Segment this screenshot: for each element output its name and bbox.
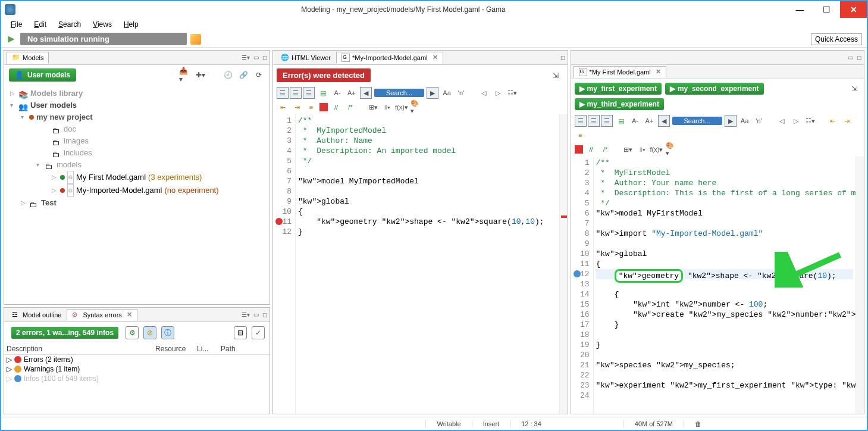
- note-icon[interactable]: ▤: [615, 115, 627, 127]
- nav-fwd-icon[interactable]: ▷: [790, 115, 802, 127]
- align-icon[interactable]: ≡: [305, 101, 317, 113]
- link-icon[interactable]: 🔗: [237, 69, 249, 81]
- menu-help[interactable]: Help: [119, 19, 143, 30]
- next-icon[interactable]: ▶: [427, 87, 438, 99]
- first-model-tab[interactable]: G*My First Model.gaml✕: [574, 66, 666, 78]
- error-marker[interactable]: [561, 215, 567, 218]
- maximize-view-icon[interactable]: ◻: [560, 54, 565, 61]
- info-group[interactable]: ▷Infos (100 of 549 items): [4, 374, 270, 383]
- minimize-button[interactable]: —: [786, 1, 813, 18]
- prev-icon[interactable]: ◀: [360, 87, 372, 99]
- experiment-button[interactable]: ▶my_third_experiment: [575, 98, 664, 110]
- quick-access-button[interactable]: Quick Access: [811, 33, 862, 45]
- col-resource[interactable]: Resource: [155, 345, 197, 353]
- run-icon[interactable]: [6, 34, 17, 45]
- comment-block-icon[interactable]: /*: [600, 143, 612, 155]
- menu-views[interactable]: Views: [88, 19, 117, 30]
- bookmark-icon[interactable]: ☷▾: [506, 87, 518, 99]
- collapse-icon[interactable]: ⇲: [550, 70, 562, 82]
- experiment-button[interactable]: ▶my_second_experiment: [665, 83, 764, 95]
- imported-model-tab[interactable]: G*My-Imported-Model.gaml✕: [336, 52, 443, 64]
- models-tab[interactable]: 📁 Models: [7, 52, 49, 64]
- indent-left-icon[interactable]: ⇤: [827, 115, 839, 127]
- search-input[interactable]: Search...: [374, 89, 424, 97]
- collapse-icon[interactable]: ⇲: [848, 83, 860, 95]
- collapse-icon[interactable]: ⊟: [234, 326, 247, 339]
- user-models-button[interactable]: 👤 User models: [9, 68, 76, 82]
- indent-right-icon[interactable]: ⇥: [841, 115, 853, 127]
- tree-file[interactable]: ▷GMy-Imported-Model.gaml (no experiment): [8, 184, 266, 197]
- columns-icon[interactable]: ⫴▾: [381, 101, 393, 113]
- word-icon[interactable]: 'n': [455, 87, 467, 99]
- prev-icon[interactable]: ◀: [658, 115, 670, 127]
- col-description[interactable]: Description: [7, 345, 155, 353]
- view-menu-icon[interactable]: ☰▾: [242, 54, 250, 61]
- list2-icon[interactable]: ☰: [290, 87, 302, 99]
- minimize-view-icon[interactable]: ▭: [848, 54, 853, 61]
- indent-right-icon[interactable]: ⇥: [291, 101, 303, 113]
- maximize-view-icon[interactable]: ◻: [857, 54, 861, 61]
- filter-errors-icon[interactable]: ⚙: [126, 326, 139, 339]
- search-input[interactable]: Search...: [672, 117, 722, 125]
- color-icon[interactable]: [575, 145, 583, 154]
- html-viewer-tab[interactable]: 🌐HTML Viewer: [275, 52, 336, 64]
- columns-icon[interactable]: ⫴▾: [637, 143, 648, 155]
- filter-warnings-icon[interactable]: ⊘: [143, 326, 156, 339]
- close-tab-icon[interactable]: ✕: [127, 311, 132, 318]
- edit-indicator-icon[interactable]: [190, 34, 201, 45]
- maximize-view-icon[interactable]: ◻: [262, 54, 267, 61]
- note-icon[interactable]: ▤: [317, 87, 329, 99]
- font-dec-icon[interactable]: A-: [331, 87, 343, 99]
- nav-back-icon[interactable]: ◁: [776, 115, 788, 127]
- list-icon[interactable]: ☰: [277, 87, 289, 99]
- code-editor[interactable]: /** * MyImportedModel * Author: Name * D…: [296, 114, 559, 414]
- nav-back-icon[interactable]: ◁: [478, 87, 490, 99]
- fx-icon[interactable]: f(x)▾: [651, 143, 663, 155]
- comment-block-icon[interactable]: /*: [344, 101, 356, 113]
- font-inc-icon[interactable]: A+: [644, 115, 656, 127]
- tree-file[interactable]: ▷GMy First Model.gaml (3 experiments): [8, 171, 266, 184]
- add-icon[interactable]: ⊞▾: [367, 101, 379, 113]
- menu-edit[interactable]: Edit: [29, 19, 51, 30]
- palette-icon[interactable]: 🎨▾: [665, 143, 677, 155]
- font-dec-icon[interactable]: A-: [629, 115, 641, 127]
- palette-icon[interactable]: 🎨▾: [410, 101, 422, 113]
- close-button[interactable]: ✕: [840, 1, 867, 18]
- experiment-button[interactable]: ▶my_first_experiment: [575, 83, 662, 95]
- menu-search[interactable]: Search: [54, 19, 86, 30]
- warning-group[interactable]: ▷Warnings (1 item): [4, 364, 270, 374]
- word-icon[interactable]: 'n': [753, 115, 765, 127]
- error-group[interactable]: ▷Errors (2 items): [4, 355, 270, 364]
- trash-icon[interactable]: 🗑: [684, 420, 712, 427]
- add-icon[interactable]: ⊞▾: [622, 143, 634, 155]
- menu-file[interactable]: File: [6, 19, 27, 30]
- col-path[interactable]: Path: [221, 345, 267, 353]
- maximize-view-icon[interactable]: ◻: [262, 311, 267, 318]
- minimize-view-icon[interactable]: ▭: [253, 54, 259, 61]
- filter-info-icon[interactable]: ⓘ: [161, 326, 174, 339]
- minimize-view-icon[interactable]: ▭: [253, 311, 259, 318]
- view-menu-icon[interactable]: ☰▾: [242, 311, 250, 318]
- close-tab-icon[interactable]: ✕: [433, 54, 438, 61]
- new-icon[interactable]: ✚▾: [195, 69, 206, 81]
- model-outline-tab[interactable]: ☲Model outline: [7, 309, 67, 321]
- bookmark-icon[interactable]: ☷▾: [804, 115, 816, 127]
- list-icon[interactable]: ☰: [575, 115, 587, 127]
- import-icon[interactable]: 📥▾: [179, 69, 191, 81]
- refresh-icon[interactable]: ⟳: [253, 69, 265, 81]
- check-icon[interactable]: ✓: [252, 326, 265, 339]
- color-icon[interactable]: [319, 103, 328, 111]
- close-tab-icon[interactable]: ✕: [656, 68, 661, 76]
- list2-icon[interactable]: ☰: [588, 115, 600, 127]
- comment-line-icon[interactable]: //: [585, 143, 597, 155]
- case-icon[interactable]: Aa: [739, 115, 751, 127]
- nav-fwd-icon[interactable]: ▷: [492, 87, 504, 99]
- align-icon[interactable]: ≡: [575, 129, 587, 141]
- fx-icon[interactable]: f(x)▾: [396, 101, 408, 113]
- indent-left-icon[interactable]: ⇤: [277, 101, 289, 113]
- col-line[interactable]: Li...: [197, 345, 221, 353]
- case-icon[interactable]: Aa: [441, 87, 453, 99]
- list3-icon[interactable]: ☰: [601, 115, 613, 127]
- project-tree[interactable]: ▷📚Models library ▾👥User models ▾my new p…: [4, 85, 270, 304]
- clock-icon[interactable]: 🕘: [222, 69, 234, 81]
